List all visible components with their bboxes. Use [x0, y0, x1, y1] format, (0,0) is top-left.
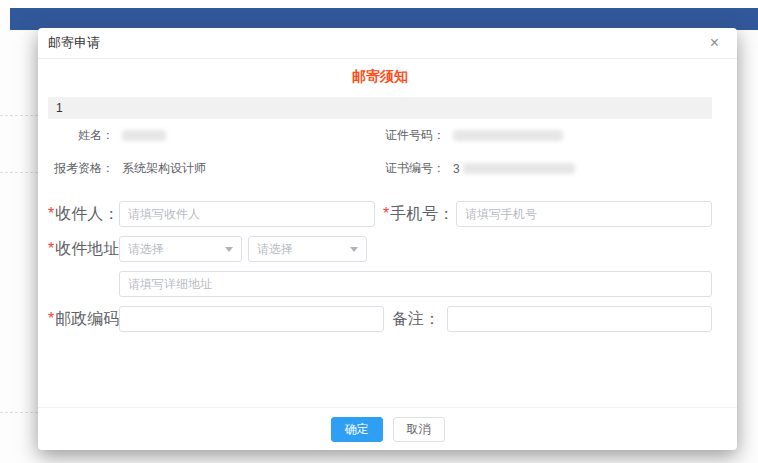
chevron-down-icon — [350, 247, 358, 252]
mailing-notice-title: 邮寄须知 — [48, 68, 712, 86]
close-icon[interactable]: × — [706, 33, 723, 53]
record-index-bar: 1 — [48, 97, 712, 119]
redacted-id-value — [453, 130, 563, 141]
confirm-button[interactable]: 确定 — [331, 417, 383, 442]
mail-application-dialog: 邮寄申请 × 邮寄须知 1 姓名： 证件号码： 报考资格： 系统架构设计师 — [38, 28, 737, 450]
phone-label: *手机号： — [383, 204, 449, 225]
form-row-recipient-phone: *收件人： *手机号： — [48, 201, 712, 227]
remark-label: 备注： — [392, 309, 440, 330]
phone-input[interactable] — [456, 201, 712, 227]
required-mark: * — [383, 205, 389, 222]
id-number-label: 证件号码： — [379, 127, 445, 144]
background-table-line — [0, 115, 38, 116]
cert-number-label: 证书编号： — [379, 160, 445, 177]
redacted-cert-value — [463, 163, 575, 174]
name-label: 姓名： — [48, 127, 114, 144]
form-row-postcode-remark: *邮政编码： 备注： — [48, 306, 712, 332]
qualification-value: 系统架构设计师 — [122, 160, 206, 177]
required-mark: * — [48, 240, 54, 257]
background-table-line — [0, 412, 38, 413]
province-select-value: 请选择 — [128, 241, 164, 258]
required-mark: * — [48, 205, 54, 222]
recipient-label: *收件人： — [48, 204, 114, 225]
info-row-name-id: 姓名： 证件号码： — [48, 119, 712, 152]
qualification-label: 报考资格： — [48, 160, 114, 177]
info-row-qualification-cert: 报考资格： 系统架构设计师 证书编号： 3 — [48, 152, 712, 185]
redacted-name-value — [122, 130, 166, 141]
page-top-strip — [0, 0, 758, 8]
qualification-field: 报考资格： 系统架构设计师 — [48, 160, 371, 177]
remark-input[interactable] — [447, 306, 712, 332]
dialog-body: 邮寄须知 1 姓名： 证件号码： 报考资格： 系统架构设计师 证书编号： — [38, 68, 737, 416]
postcode-input[interactable] — [119, 306, 384, 332]
cert-number-prefix: 3 — [453, 162, 460, 176]
top-navigation-bar — [10, 8, 758, 30]
detail-address-input[interactable] — [119, 271, 712, 297]
background-table-line — [0, 172, 38, 173]
id-number-field: 证件号码： — [371, 127, 712, 144]
form-row-address-selects: *收件地址： 请选择 请选择 — [48, 236, 712, 262]
dialog-title: 邮寄申请 — [48, 34, 100, 52]
dialog-header: 邮寄申请 × — [38, 28, 737, 59]
name-value — [122, 130, 166, 141]
postcode-label: *邮政编码： — [48, 309, 114, 330]
form-row-detail-address — [48, 271, 712, 297]
name-field: 姓名： — [48, 127, 371, 144]
cert-number-field: 证书编号： 3 — [371, 160, 712, 177]
detail-address-wrap — [119, 271, 712, 297]
address-label: *收件地址： — [48, 239, 114, 260]
id-number-value — [453, 130, 563, 141]
dialog-footer: 确定 取消 — [38, 407, 737, 450]
city-select[interactable]: 请选择 — [248, 236, 367, 262]
city-select-value: 请选择 — [257, 241, 293, 258]
cert-number-value: 3 — [453, 162, 575, 176]
recipient-input[interactable] — [119, 201, 375, 227]
required-mark: * — [48, 310, 54, 327]
chevron-down-icon — [225, 247, 233, 252]
page-background: 邮寄申请 × 邮寄须知 1 姓名： 证件号码： 报考资格： 系统架构设计师 — [0, 0, 758, 463]
province-select[interactable]: 请选择 — [119, 236, 242, 262]
cancel-button[interactable]: 取消 — [393, 417, 445, 442]
